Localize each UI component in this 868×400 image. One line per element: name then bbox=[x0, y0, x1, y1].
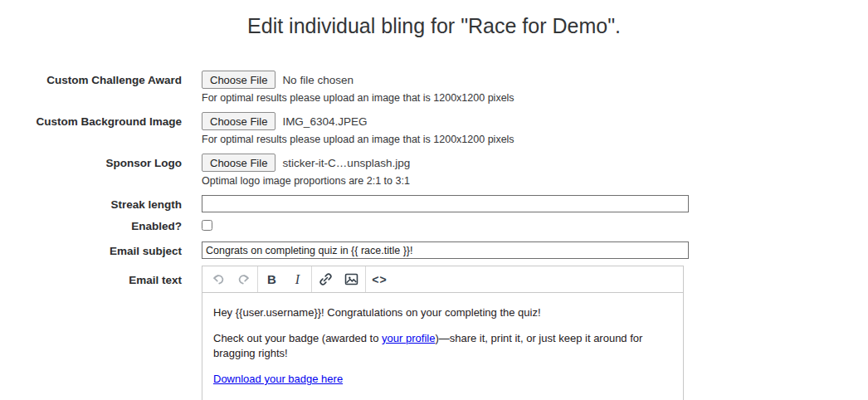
bold-button[interactable]: B bbox=[259, 266, 285, 292]
undo-icon bbox=[211, 273, 226, 285]
email-text-label: Email text bbox=[0, 266, 182, 287]
bling-form: Custom Challenge Award Choose File No fi… bbox=[0, 71, 868, 400]
italic-icon: I bbox=[295, 272, 300, 287]
custom-background-image-label: Custom Background Image bbox=[0, 112, 182, 129]
italic-button[interactable]: I bbox=[285, 266, 310, 292]
insert-image-button[interactable] bbox=[339, 266, 364, 292]
email-paragraph: Hey {{user.username}}! Congratulations o… bbox=[213, 305, 672, 320]
row-email-text: Email text bbox=[0, 266, 868, 400]
bold-icon: B bbox=[267, 272, 276, 286]
enabled-label: Enabled? bbox=[0, 219, 182, 233]
source-code-button[interactable]: <> bbox=[367, 266, 393, 292]
toolbar-separator bbox=[365, 266, 366, 292]
custom-background-image-choose-file-button[interactable]: Choose File bbox=[202, 112, 276, 130]
download-badge-link[interactable]: Download your badge here bbox=[213, 373, 343, 385]
page-title: Edit individual bling for "Race for Demo… bbox=[0, 12, 868, 40]
undo-button[interactable] bbox=[205, 266, 231, 292]
insert-link-button[interactable] bbox=[313, 266, 339, 292]
sponsor-logo-file-name: sticker-it-C…unsplash.jpg bbox=[282, 157, 410, 169]
row-email-subject: Email subject bbox=[0, 241, 868, 259]
code-icon: <> bbox=[372, 273, 387, 286]
streak-length-label: Streak length bbox=[0, 195, 182, 212]
email-subject-input[interactable] bbox=[202, 241, 689, 259]
sponsor-logo-helper-text: Optimal logo image proportions are 2:1 t… bbox=[202, 175, 410, 187]
custom-challenge-award-choose-file-button[interactable]: Choose File bbox=[202, 71, 276, 89]
custom-background-image-file-name: IMG_6304.JPEG bbox=[282, 115, 367, 128]
streak-length-input[interactable] bbox=[202, 195, 689, 212]
email-text-content-area[interactable]: Hey {{user.username}}! Congratulations o… bbox=[202, 293, 683, 400]
custom-challenge-award-helper-text: For optimal results please upload an ima… bbox=[202, 92, 514, 104]
redo-button[interactable] bbox=[231, 266, 256, 292]
email-text-line: Check out your badge (awarded to bbox=[213, 332, 382, 344]
custom-challenge-award-label: Custom Challenge Award bbox=[0, 71, 182, 87]
your-profile-link[interactable]: your profile bbox=[382, 332, 435, 344]
toolbar-separator bbox=[257, 266, 258, 292]
editor-toolbar: B I bbox=[202, 266, 683, 293]
row-streak-length: Streak length bbox=[0, 195, 868, 212]
enabled-checkbox[interactable] bbox=[202, 220, 212, 231]
image-icon bbox=[344, 271, 359, 287]
sponsor-logo-choose-file-button[interactable]: Choose File bbox=[202, 154, 276, 172]
custom-background-image-helper-text: For optimal results please upload an ima… bbox=[202, 134, 514, 145]
row-enabled: Enabled? bbox=[0, 219, 868, 234]
row-sponsor-logo: Sponsor Logo Choose File sticker-it-C…un… bbox=[0, 154, 868, 187]
toolbar-separator bbox=[311, 266, 312, 292]
redo-icon bbox=[237, 273, 251, 285]
email-text-line: Hey {{user.username}}! Congratulations o… bbox=[213, 306, 541, 319]
row-custom-challenge-award: Custom Challenge Award Choose File No fi… bbox=[0, 71, 868, 104]
link-icon bbox=[318, 271, 334, 287]
email-text-editor: B I bbox=[202, 266, 684, 400]
row-custom-background-image: Custom Background Image Choose File IMG_… bbox=[0, 112, 868, 145]
email-subject-label: Email subject bbox=[0, 241, 182, 258]
custom-challenge-award-file-name: No file chosen bbox=[282, 74, 354, 86]
edit-bling-page: Edit individual bling for "Race for Demo… bbox=[0, 0, 868, 400]
email-paragraph: Check out your badge (awarded to your pr… bbox=[213, 331, 672, 361]
email-paragraph: Download your badge here bbox=[213, 372, 672, 387]
sponsor-logo-label: Sponsor Logo bbox=[0, 154, 182, 170]
